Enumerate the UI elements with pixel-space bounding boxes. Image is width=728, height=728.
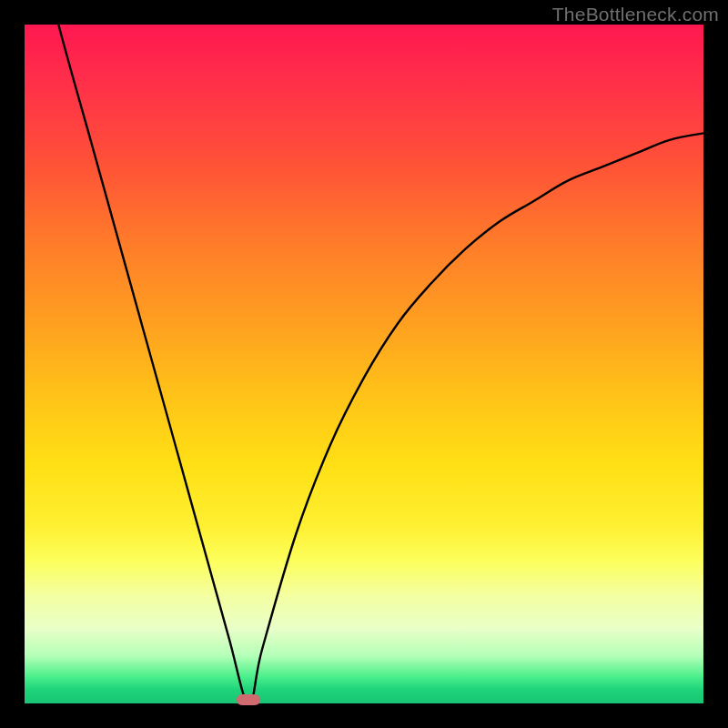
chart-area: [25, 25, 703, 703]
bottleneck-curve: [25, 25, 703, 703]
minimum-marker: [237, 694, 260, 705]
watermark-text: TheBottleneck.com: [552, 4, 719, 25]
